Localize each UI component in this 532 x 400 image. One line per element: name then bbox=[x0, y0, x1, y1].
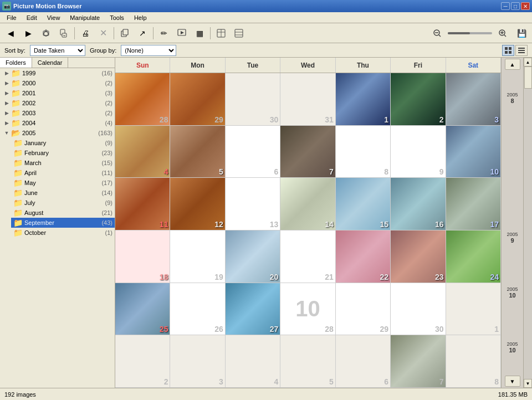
cal-cell-0-3[interactable]: 31 bbox=[280, 73, 335, 125]
save-button[interactable]: 💾 bbox=[513, 25, 530, 41]
scroll-arrow-down[interactable]: ▼ bbox=[524, 379, 532, 388]
cal-cell-2-5[interactable]: 16 bbox=[391, 178, 446, 230]
month-march[interactable]: 📁 March (15) bbox=[11, 158, 115, 168]
cal-cell-4-1[interactable]: 26 bbox=[170, 283, 225, 335]
import-button[interactable] bbox=[55, 25, 72, 41]
month-october[interactable]: 📁 October (1) bbox=[11, 228, 115, 238]
view1-button[interactable] bbox=[213, 25, 229, 41]
folder-2000[interactable]: ▶ 📁 2000 (2) bbox=[0, 78, 115, 88]
folder-2005[interactable]: ▼ 📂 2005 (163) bbox=[0, 128, 115, 138]
cal-cell-5-3[interactable]: 5 bbox=[280, 335, 335, 387]
cal-cell-1-5[interactable]: 9 bbox=[391, 126, 446, 178]
cal-cell-1-4[interactable]: 8 bbox=[336, 126, 391, 178]
cal-cell-5-4[interactable]: 6 bbox=[336, 335, 391, 387]
scroll-down-button[interactable]: ▼ bbox=[505, 376, 520, 387]
view2-button[interactable] bbox=[231, 25, 247, 41]
cal-cell-2-2[interactable]: 13 bbox=[226, 178, 280, 230]
cal-cell-4-4[interactable]: 29 bbox=[336, 283, 391, 335]
month-february[interactable]: 📁 February (23) bbox=[11, 148, 115, 158]
cal-cell-0-1[interactable]: 29 bbox=[170, 73, 225, 125]
grid-view-button[interactable] bbox=[502, 45, 514, 56]
cal-cell-0-4[interactable]: 1 bbox=[336, 73, 391, 125]
slideshow-button[interactable] bbox=[173, 25, 190, 41]
scan-button[interactable] bbox=[38, 25, 54, 41]
cal-cell-1-6[interactable]: 10 bbox=[446, 126, 501, 178]
minimize-button[interactable]: ─ bbox=[501, 2, 510, 10]
scroll-thumb[interactable] bbox=[524, 66, 532, 89]
cal-cell-1-0[interactable]: 4 bbox=[115, 126, 170, 178]
lines-icon bbox=[518, 47, 525, 54]
cal-cell-4-6[interactable]: 1 bbox=[446, 283, 501, 335]
menu-view[interactable]: View bbox=[43, 13, 65, 22]
month-july[interactable]: 📁 July (9) bbox=[11, 198, 115, 208]
tab-folders[interactable]: Folders bbox=[0, 58, 32, 68]
folder-1999[interactable]: ▶ 📁 1999 (16) bbox=[0, 68, 115, 78]
delete-button[interactable]: ✕ bbox=[95, 25, 111, 41]
scroll-track[interactable] bbox=[524, 66, 532, 379]
cal-cell-1-3[interactable]: 7 bbox=[280, 126, 335, 178]
cal-cell-4-0[interactable]: 25 bbox=[115, 283, 170, 335]
cal-cell-0-2[interactable]: 30 bbox=[226, 73, 280, 125]
cal-cell-3-1[interactable]: 19 bbox=[170, 230, 225, 283]
zoom-in-button[interactable] bbox=[494, 25, 511, 41]
month-label-july: July bbox=[24, 199, 105, 206]
cal-cell-5-0[interactable]: 2 bbox=[115, 335, 170, 387]
cal-cell-2-1[interactable]: 12 bbox=[170, 178, 225, 230]
zoom-out-button[interactable] bbox=[429, 25, 446, 41]
cal-cell-2-4[interactable]: 15 bbox=[336, 178, 391, 230]
cal-cell-5-1[interactable]: 3 bbox=[170, 335, 225, 387]
back-button[interactable]: ◀ bbox=[2, 25, 19, 41]
month-april[interactable]: 📁 April (11) bbox=[11, 168, 115, 178]
scroll-up-button[interactable]: ▲ bbox=[505, 59, 520, 70]
cal-cell-0-5[interactable]: 2 bbox=[391, 73, 446, 125]
folder-2003[interactable]: ▶ 📁 2003 (2) bbox=[0, 108, 115, 118]
month-august[interactable]: 📁 August (21) bbox=[11, 208, 115, 218]
move-button[interactable]: ↗ bbox=[134, 25, 151, 41]
list-view-button[interactable] bbox=[515, 45, 528, 56]
folder-2004[interactable]: ▶ 📁 2004 (4) bbox=[0, 118, 115, 128]
copy-button[interactable] bbox=[116, 25, 133, 41]
cal-cell-2-6[interactable]: 17 bbox=[446, 178, 501, 230]
month-june[interactable]: 📁 June (14) bbox=[11, 188, 115, 198]
menu-edit[interactable]: Edit bbox=[22, 13, 42, 22]
print-button[interactable]: 🖨 bbox=[77, 25, 94, 41]
scroll-arrow-up[interactable]: ▲ bbox=[524, 58, 532, 66]
cal-cell-0-6[interactable]: 3 bbox=[446, 73, 501, 125]
menu-tools[interactable]: Tools bbox=[105, 13, 129, 22]
menu-help[interactable]: Help bbox=[130, 13, 151, 22]
cal-cell-1-2[interactable]: 6 bbox=[226, 126, 280, 178]
cal-cell-3-6[interactable]: 24 bbox=[446, 230, 501, 283]
cal-cell-5-5[interactable]: 7 bbox=[391, 335, 446, 387]
folder-2002[interactable]: ▶ 📁 2002 (2) bbox=[0, 98, 115, 108]
edit-button[interactable]: ✏ bbox=[156, 25, 172, 41]
close-button[interactable]: ✕ bbox=[521, 2, 530, 10]
maximize-button[interactable]: □ bbox=[511, 2, 520, 10]
month-september[interactable]: 📁 September (43) bbox=[11, 218, 115, 228]
cal-cell-3-2[interactable]: 20 bbox=[226, 230, 280, 283]
tab-calendar[interactable]: Calendar bbox=[32, 58, 69, 68]
menu-manipulate[interactable]: Manipulate bbox=[65, 13, 104, 22]
folder-2001[interactable]: ▶ 📁 2001 (3) bbox=[0, 88, 115, 98]
cal-cell-4-5[interactable]: 30 bbox=[391, 283, 446, 335]
cal-cell-4-2[interactable]: 27 bbox=[226, 283, 280, 335]
month-may[interactable]: 📁 May (17) bbox=[11, 178, 115, 188]
cal-cell-3-4[interactable]: 22 bbox=[336, 230, 391, 283]
group-select[interactable]: (None) Month Year bbox=[121, 45, 176, 56]
cal-cell-5-6[interactable]: 8 bbox=[446, 335, 501, 387]
forward-button[interactable]: ▶ bbox=[20, 25, 37, 41]
zoom-slider-track[interactable] bbox=[448, 32, 492, 34]
cal-cell-5-2[interactable]: 4 bbox=[226, 335, 280, 387]
view-toggle-button[interactable]: ▦ bbox=[191, 25, 208, 41]
cal-cell-1-1[interactable]: 5 bbox=[170, 126, 225, 178]
cal-cell-3-3[interactable]: 21 bbox=[280, 230, 335, 283]
cal-cell-3-5[interactable]: 23 bbox=[391, 230, 446, 283]
cal-cell-0-0[interactable]: 28 bbox=[115, 73, 170, 125]
month-january[interactable]: 📁 January (9) bbox=[11, 138, 115, 148]
cal-cell-2-0[interactable]: 11 bbox=[115, 178, 170, 230]
calendar-scrollbar[interactable]: ▲ ▼ bbox=[523, 58, 532, 388]
cal-cell-3-0[interactable]: 18 bbox=[115, 230, 170, 283]
sort-select[interactable]: Date Taken File Name File Size bbox=[30, 45, 85, 56]
menu-file[interactable]: File bbox=[2, 13, 21, 22]
cal-cell-4-3[interactable]: 2810 bbox=[280, 283, 335, 335]
cal-cell-2-3[interactable]: 14 bbox=[280, 178, 335, 230]
